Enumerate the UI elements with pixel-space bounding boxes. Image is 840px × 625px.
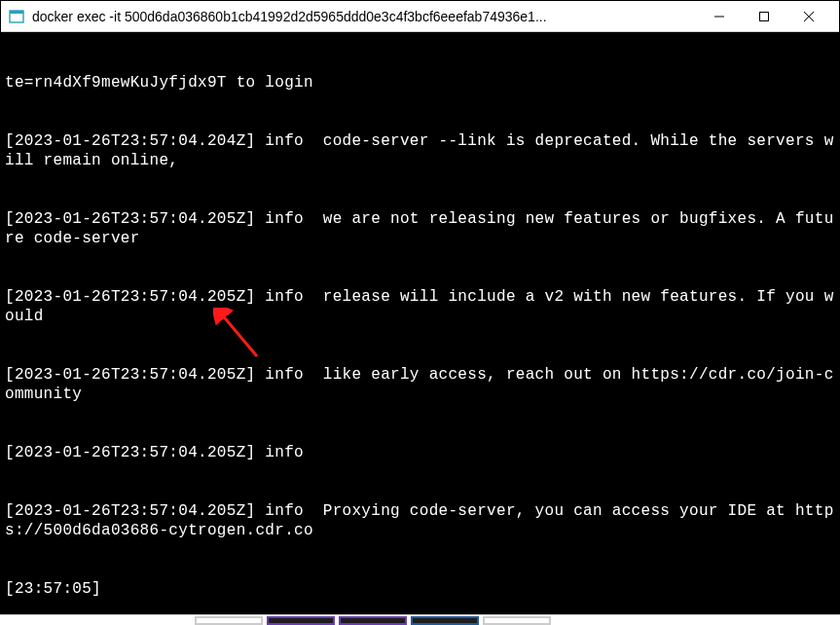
maximize-button[interactable] [742, 2, 786, 31]
log-line: te=rn4dXf9mewKuJyfjdx9T to login [5, 73, 835, 92]
taskbar-item[interactable] [411, 616, 479, 625]
taskbar-item[interactable] [483, 616, 551, 625]
app-window: docker exec -it 500d6da036860b1cb41992d2… [0, 0, 840, 614]
log-line: [2023-01-26T23:57:04.205Z] info we are n… [5, 209, 835, 248]
window-title: docker exec -it 500d6da036860b1cb41992d2… [32, 9, 697, 24]
taskbar-fragment [0, 614, 840, 625]
taskbar-item[interactable] [339, 616, 407, 625]
terminal-output[interactable]: te=rn4dXf9mewKuJyfjdx9T to login [2023-0… [1, 32, 839, 613]
svg-rect-1 [10, 11, 23, 14]
log-line: [2023-01-26T23:57:04.205Z] info like ear… [5, 365, 835, 404]
log-line: [2023-01-26T23:57:04.204Z] info code-ser… [5, 131, 835, 170]
svg-rect-3 [760, 12, 769, 20]
close-button[interactable] [786, 2, 831, 31]
log-line: [2023-01-26T23:57:04.205Z] info [5, 443, 835, 462]
terminal-icon [9, 9, 24, 24]
log-line: [2023-01-26T23:57:04.205Z] info release … [5, 287, 835, 326]
log-line: [23:57:05] [5, 579, 835, 599]
window-controls [697, 2, 831, 31]
taskbar-item[interactable] [195, 616, 263, 625]
minimize-button[interactable] [697, 2, 742, 31]
taskbar-item[interactable] [267, 616, 335, 625]
titlebar: docker exec -it 500d6da036860b1cb41992d2… [1, 1, 839, 32]
log-line: [2023-01-26T23:57:04.205Z] info Proxying… [5, 501, 835, 540]
